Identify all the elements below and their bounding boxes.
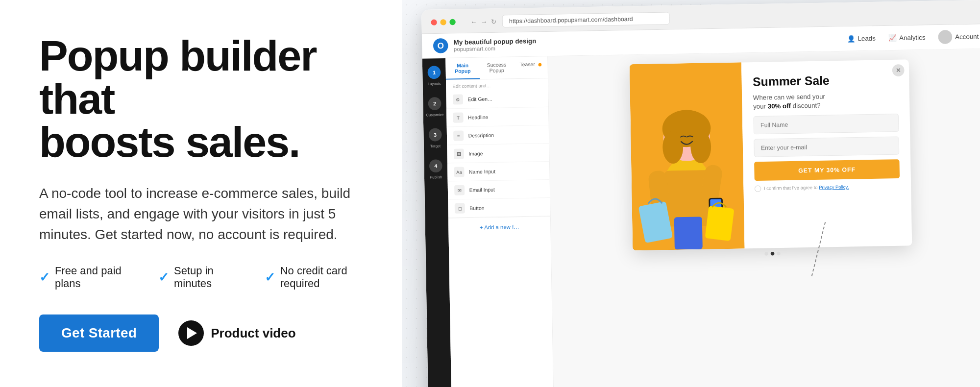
email-input[interactable]	[754, 136, 899, 157]
svg-rect-12	[705, 206, 735, 241]
sub-description: A no-code tool to increase e-commerce sa…	[39, 183, 363, 245]
tab-success-popup[interactable]: Success Popup	[480, 57, 514, 79]
dot-3	[777, 252, 781, 256]
check-item-plans: ✓ Free and paid plans	[39, 265, 135, 290]
step-target[interactable]: 3 Target	[429, 128, 442, 148]
nav-account[interactable]: Account	[938, 29, 979, 44]
description-icon: ≡	[453, 130, 464, 141]
step-layouts[interactable]: 1 Layouts	[427, 66, 441, 86]
name-input-icon: Aa	[454, 167, 464, 177]
dot-1	[764, 252, 768, 256]
url-bar[interactable]: https://dashboard.popupsmart.com/dashboa…	[502, 12, 670, 27]
play-triangle	[187, 327, 197, 339]
email-input-icon: ✉	[454, 185, 465, 195]
popup-privacy: I confirm that I've agree to Privacy Pol…	[755, 183, 900, 192]
popup-form-half: ✕ Summer Sale Where can we send your you…	[741, 59, 912, 248]
tab-main-popup[interactable]: Main Popup	[445, 58, 480, 80]
panel-headline[interactable]: T Headline	[446, 107, 549, 127]
dot-2	[771, 252, 775, 256]
privacy-checkbox[interactable]	[755, 185, 761, 192]
popup-image-half	[630, 62, 745, 250]
dashboard-logo-area: O My beautiful popup design popupsmart.c…	[433, 37, 537, 53]
browser-nav-icons: ← → ↻	[470, 18, 496, 25]
popup-bold-text: 30% off	[768, 102, 791, 110]
image-icon: 🖼	[454, 149, 464, 159]
left-content: Popup builder that boosts sales. A no-co…	[0, 0, 402, 387]
traffic-light-green[interactable]	[449, 19, 456, 25]
editor-left-panel: Main Popup Success Popup Teaser Edit con…	[445, 56, 555, 387]
dashboard-info: My beautiful popup design popupsmart.com	[454, 37, 537, 52]
editor-area: 1 Layouts 2 Customize 3 Target 4 Publish	[422, 49, 980, 387]
teaser-indicator	[539, 63, 542, 66]
avatar	[938, 30, 953, 44]
back-icon[interactable]: ←	[470, 18, 477, 25]
panel-edit-gen[interactable]: ⚙ Edit Gen…	[446, 89, 548, 109]
leads-icon: 👤	[847, 35, 855, 42]
product-video-link[interactable]: Product video	[178, 320, 295, 346]
panel-description[interactable]: ≡ Description	[447, 125, 549, 145]
dashboard-url: popupsmart.com	[454, 45, 537, 52]
panel-name-input[interactable]: Aa Name Input	[447, 162, 550, 182]
step-2-indicator: 2	[428, 97, 441, 110]
edit-gen-icon: ⚙	[453, 94, 463, 104]
popup-person-image	[630, 62, 745, 250]
editor-preview: ✕ Summer Sale Where can we send your you…	[548, 49, 980, 387]
nav-leads[interactable]: 👤 Leads	[847, 34, 876, 42]
fullname-input[interactable]	[753, 114, 899, 134]
panel-button[interactable]: ◻ Button	[448, 198, 550, 218]
check-item-setup: ✓ Setup in minutes	[158, 265, 241, 290]
popup-preview-wrapper: ✕ Summer Sale Where can we send your you…	[630, 59, 912, 262]
step-4-indicator: 4	[429, 159, 442, 172]
step-1-label: Layouts	[428, 82, 441, 86]
traffic-light-red[interactable]	[431, 19, 437, 25]
popup-cta-button[interactable]: GET MY 30% OFF	[754, 159, 900, 181]
step-2-label: Customize	[426, 113, 443, 117]
dashboard-title: My beautiful popup design	[454, 37, 537, 46]
popup-title: Summer Sale	[753, 73, 898, 88]
check-item-nocc: ✓ No credit card required	[265, 265, 372, 290]
panel-email-input[interactable]: ✉ Email Input	[448, 180, 550, 200]
popup-subtitle: Where can we send your your 30% off disc…	[753, 91, 899, 111]
panel-image[interactable]: 🖼 Image	[447, 144, 549, 164]
play-icon	[178, 320, 204, 346]
button-icon: ◻	[455, 203, 465, 214]
checkmark-icon-3: ✓	[265, 270, 275, 285]
traffic-light-yellow[interactable]	[440, 19, 446, 25]
app-logo: O	[433, 38, 448, 53]
step-publish[interactable]: 4 Publish	[429, 159, 442, 179]
tab-teaser[interactable]: Teaser	[514, 56, 548, 78]
right-content: ← → ↻ https://dashboard.popupsmart.com/d…	[402, 0, 980, 387]
dashboard-top-right: 👤 Leads 📈 Analytics Account	[847, 29, 979, 46]
step-customize[interactable]: 2 Customize	[426, 97, 444, 117]
popup-close-button[interactable]: ✕	[892, 64, 905, 76]
reload-icon[interactable]: ↻	[491, 18, 497, 25]
privacy-policy-link[interactable]: Privacy Policy.	[819, 185, 849, 191]
main-headline: Popup builder that boosts sales.	[39, 34, 372, 164]
headline-icon: T	[453, 112, 463, 122]
checkmark-icon-1: ✓	[39, 270, 50, 285]
step-1-indicator: 1	[427, 66, 441, 79]
cta-row: Get Started Product video	[39, 314, 372, 352]
analytics-icon: 📈	[888, 34, 896, 42]
checklist: ✓ Free and paid plans ✓ Setup in minutes…	[39, 265, 372, 290]
add-element-button[interactable]: + Add a new f…	[448, 216, 551, 238]
nav-analytics[interactable]: 📈 Analytics	[888, 34, 925, 42]
get-started-button[interactable]: Get Started	[39, 314, 159, 352]
step-3-indicator: 3	[429, 128, 442, 142]
traffic-lights	[431, 19, 456, 25]
forward-icon[interactable]: →	[481, 18, 488, 25]
svg-rect-13	[674, 217, 703, 249]
browser-window: ← → ↻ https://dashboard.popupsmart.com/d…	[421, 0, 980, 387]
checkmark-icon-2: ✓	[158, 270, 169, 285]
woman-illustration	[630, 62, 745, 250]
editor-tabs: Main Popup Success Popup Teaser	[445, 56, 548, 80]
step-4-label: Publish	[430, 175, 442, 180]
step-3-label: Target	[430, 144, 441, 148]
hero-container: Popup builder that boosts sales. A no-co…	[0, 0, 980, 387]
popup-preview-box: ✕ Summer Sale Where can we send your you…	[630, 59, 912, 250]
